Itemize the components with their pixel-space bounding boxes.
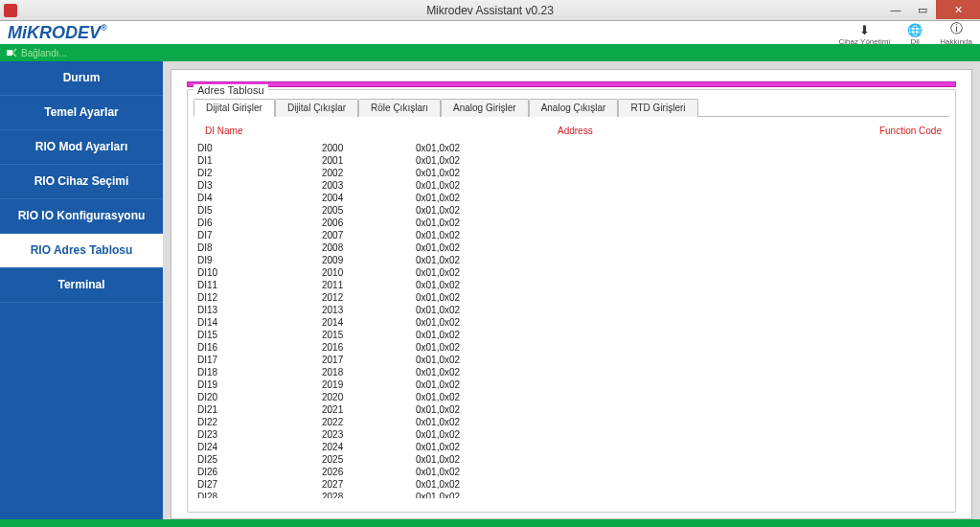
cell-address: 2001 <box>322 154 416 167</box>
sidebar-item[interactable]: Temel Ayarlar <box>0 96 163 130</box>
cell-address: 2026 <box>322 466 416 478</box>
device-management-button[interactable]: ⬇ Cihaz Yönetimi <box>839 23 891 46</box>
cell-di-name: DI7 <box>197 229 322 241</box>
accent-bar <box>187 81 956 87</box>
table-row: DI120010x01,0x02 <box>197 154 949 167</box>
connection-status-text: Bağlandı... <box>21 48 67 58</box>
cell-address: 2027 <box>322 478 416 491</box>
cell-di-name: DI10 <box>197 266 322 279</box>
device-management-label: Cihaz Yönetimi <box>839 37 891 46</box>
cell-address: 2011 <box>322 279 416 291</box>
table-row: DI1720170x01,0x02 <box>197 354 949 366</box>
cell-address: 2005 <box>322 204 416 217</box>
cell-function-code: 0x01,0x02 <box>416 441 460 453</box>
col-di-name: DI Name <box>205 125 330 137</box>
sidebar-item[interactable]: RIO Adres Tablosu <box>0 234 163 268</box>
cell-di-name: DI25 <box>197 453 322 466</box>
address-table-group: Adres Tablosu Dijital GirişlerDijital Çı… <box>187 89 956 513</box>
cell-function-code: 0x01,0x02 <box>416 341 460 354</box>
about-button[interactable]: ⓘ Hakkında <box>940 20 972 46</box>
tab[interactable]: RTD Girişleri <box>618 99 697 117</box>
cell-di-name: DI22 <box>197 416 322 428</box>
cell-address: 2009 <box>322 254 416 266</box>
cell-di-name: DI4 <box>197 192 322 204</box>
cell-address: 2003 <box>322 179 416 192</box>
sidebar-item[interactable]: Terminal <box>0 268 163 303</box>
table-row: DI2020200x01,0x02 <box>197 391 949 403</box>
tab[interactable]: Dijital Girişler <box>194 99 275 117</box>
table-row: DI1220120x01,0x02 <box>197 291 949 304</box>
main: DurumTemel AyarlarRIO Mod AyarlarıRIO Ci… <box>0 61 980 519</box>
cell-di-name: DI3 <box>197 179 322 192</box>
table-row: DI1320130x01,0x02 <box>197 304 949 316</box>
cell-di-name: DI27 <box>197 478 322 491</box>
table-row: DI920090x01,0x02 <box>197 254 949 266</box>
cell-di-name: DI15 <box>197 329 322 341</box>
tab[interactable]: Röle Çıkışları <box>358 99 441 117</box>
table-row: DI1420140x01,0x02 <box>197 316 949 329</box>
cell-function-code: 0x01,0x02 <box>416 229 460 241</box>
sidebar-item[interactable]: RIO Mod Ayarları <box>0 130 163 165</box>
table-row: DI820080x01,0x02 <box>197 241 949 254</box>
table-row: DI320030x01,0x02 <box>197 179 949 192</box>
tabstrip: Dijital GirişlerDijital ÇıkışlarRöle Çık… <box>194 98 949 117</box>
table-header: DI NameAddressFunction Code <box>197 119 949 142</box>
language-button[interactable]: 🌐 Dil <box>907 23 923 46</box>
cell-function-code: 0x01,0x02 <box>416 453 460 466</box>
table-row: DI2720270x01,0x02 <box>197 478 949 491</box>
sidebar-item[interactable]: RIO IO Konfigurasyonu <box>0 199 163 234</box>
cell-di-name: DI12 <box>197 291 322 304</box>
about-label: Hakkında <box>940 37 972 46</box>
cell-address: 2013 <box>322 304 416 316</box>
close-button[interactable]: ✕ <box>936 0 980 19</box>
tab[interactable]: Analog Girişler <box>441 99 529 117</box>
window-title: Mikrodev Assistant v0.23 <box>0 4 980 17</box>
globe-icon: 🌐 <box>907 23 923 37</box>
cell-function-code: 0x01,0x02 <box>416 491 460 498</box>
cell-di-name: DI0 <box>197 142 322 154</box>
table-row: DI2320230x01,0x02 <box>197 428 949 441</box>
sidebar: DurumTemel AyarlarRIO Mod AyarlarıRIO Ci… <box>0 61 163 519</box>
content: Adres Tablosu Dijital GirişlerDijital Çı… <box>163 61 980 519</box>
window-controls: — ▭ ✕ <box>882 0 980 19</box>
cell-di-name: DI17 <box>197 354 322 366</box>
logo: MiKRODEV® <box>8 23 107 43</box>
cell-function-code: 0x01,0x02 <box>416 316 460 329</box>
cell-address: 2010 <box>322 266 416 279</box>
address-table[interactable]: DI NameAddressFunction CodeDI020000x01,0… <box>194 119 949 498</box>
cell-function-code: 0x01,0x02 <box>416 391 460 403</box>
table-row: DI1620160x01,0x02 <box>197 341 949 354</box>
cell-di-name: DI11 <box>197 279 322 291</box>
cell-function-code: 0x01,0x02 <box>416 403 460 416</box>
cell-di-name: DI14 <box>197 316 322 329</box>
panel: Adres Tablosu Dijital GirişlerDijital Çı… <box>171 69 972 519</box>
cell-function-code: 0x01,0x02 <box>416 154 460 167</box>
cell-address: 2024 <box>322 441 416 453</box>
sidebar-item[interactable]: Durum <box>0 61 163 96</box>
cell-function-code: 0x01,0x02 <box>416 354 460 366</box>
table-row: DI1920190x01,0x02 <box>197 378 949 391</box>
table-row: DI1020100x01,0x02 <box>197 266 949 279</box>
cell-di-name: DI20 <box>197 391 322 403</box>
table-row: DI020000x01,0x02 <box>197 142 949 154</box>
table-row: DI1120110x01,0x02 <box>197 279 949 291</box>
cell-address: 2007 <box>322 229 416 241</box>
tab[interactable]: Dijital Çıkışlar <box>275 99 358 117</box>
minimize-button[interactable]: — <box>882 0 909 19</box>
header: MiKRODEV® ⬇ Cihaz Yönetimi 🌐 Dil ⓘ Hakkı… <box>0 21 980 44</box>
table-row: DI720070x01,0x02 <box>197 229 949 241</box>
cell-address: 2017 <box>322 354 416 366</box>
maximize-button[interactable]: ▭ <box>909 0 936 19</box>
cell-function-code: 0x01,0x02 <box>416 254 460 266</box>
cell-di-name: DI18 <box>197 366 322 378</box>
sidebar-item[interactable]: RIO Cihaz Seçimi <box>0 165 163 199</box>
cell-di-name: DI5 <box>197 204 322 217</box>
table-row: DI2120210x01,0x02 <box>197 403 949 416</box>
cell-di-name: DI6 <box>197 217 322 229</box>
cell-address: 2019 <box>322 378 416 391</box>
table-row: DI2620260x01,0x02 <box>197 466 949 478</box>
cell-di-name: DI19 <box>197 378 322 391</box>
tab[interactable]: Analog Çıkışlar <box>529 99 619 117</box>
header-icons: ⬇ Cihaz Yönetimi 🌐 Dil ⓘ Hakkında <box>839 20 972 46</box>
cell-di-name: DI26 <box>197 466 322 478</box>
